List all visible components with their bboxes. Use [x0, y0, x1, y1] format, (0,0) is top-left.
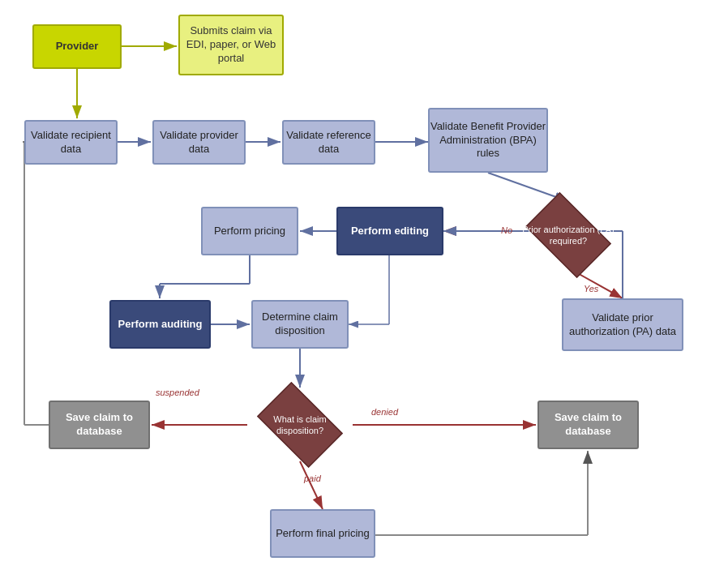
validate-reference-node: Validate reference data [282, 120, 375, 165]
perform-pricing-node: Perform pricing [201, 207, 298, 255]
validate-provider-node: Validate provider data [152, 120, 246, 165]
validate-bpa-node: Validate Benefit Provider Administration… [428, 108, 548, 173]
validate-pa-node: Validate prior authorization (PA) data [562, 298, 683, 351]
validate-recipient-node: Validate recipient data [24, 120, 118, 165]
yes-label: Yes [584, 284, 598, 294]
submits-claim-node: Submits claim via EDI, paper, or Web por… [178, 15, 284, 75]
claim-disposition-diamond: What is claim disposition? [247, 388, 353, 461]
save-claim-denied-node: Save claim to database [537, 401, 639, 449]
no-label: No [501, 225, 512, 235]
prior-auth-diamond: Prior authorization (PA) required? [516, 199, 621, 272]
diagram: Provider Submits claim via EDI, paper, o… [0, 0, 728, 587]
arrows-layer [0, 0, 728, 587]
perform-editing-node: Perform editing [336, 207, 443, 255]
save-claim-suspended-node: Save claim to database [49, 401, 150, 449]
perform-final-pricing-node: Perform final pricing [270, 509, 375, 558]
suspended-label: suspended [156, 388, 199, 397]
determine-disposition-node: Determine claim disposition [251, 300, 349, 349]
paid-label: paid [304, 473, 321, 483]
perform-auditing-node: Perform auditing [109, 300, 211, 349]
svg-line-25 [300, 461, 323, 509]
denied-label: denied [371, 407, 398, 417]
provider-node: Provider [32, 24, 122, 69]
